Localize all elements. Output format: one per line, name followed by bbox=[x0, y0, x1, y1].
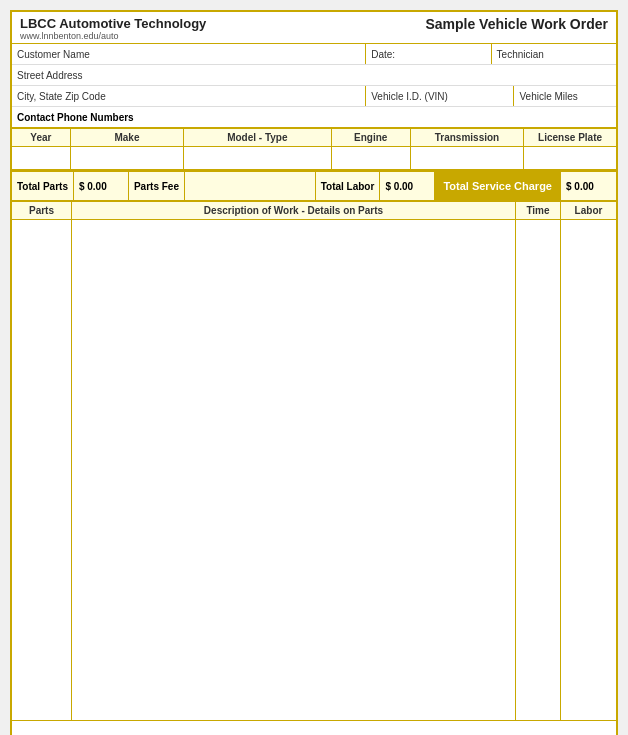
total-labor-label: Total Labor bbox=[321, 181, 375, 192]
transmission-header: Transmission bbox=[411, 129, 524, 146]
customer-row: Customer Name Date: Technician bbox=[12, 44, 616, 65]
labor-column-header: Labor bbox=[561, 202, 616, 219]
street-row: Street Address bbox=[12, 65, 616, 86]
date-cell: Date: bbox=[366, 44, 491, 64]
school-url: www.lnnbenton.edu/auto bbox=[20, 31, 206, 41]
totals-row: Total Parts $ 0.00 Parts Fee Total Labor… bbox=[12, 171, 616, 202]
total-parts-label: Total Parts bbox=[17, 181, 68, 192]
total-parts-value: $ 0.00 bbox=[79, 181, 107, 192]
work-body bbox=[12, 220, 616, 720]
license-header: License Plate bbox=[524, 129, 616, 146]
total-labor-label-cell: Total Labor bbox=[316, 172, 381, 200]
street-cell: Street Address bbox=[12, 65, 616, 85]
form-title: Sample Vehicle Work Order bbox=[425, 16, 608, 32]
parts-fee-value-cell bbox=[185, 172, 316, 200]
contact-cell: Contact Phone Numbers bbox=[12, 107, 616, 127]
service-charge-value-cell: $ 0.00 bbox=[561, 172, 616, 200]
total-parts-label-cell: Total Parts bbox=[12, 172, 74, 200]
contact-row: Contact Phone Numbers bbox=[12, 107, 616, 128]
form-header: LBCC Automotive Technology www.lnnbenton… bbox=[12, 12, 616, 44]
year-header: Year bbox=[12, 129, 71, 146]
description-column bbox=[72, 220, 516, 720]
city-row: City, State Zip Code Vehicle I.D. (VIN) … bbox=[12, 86, 616, 107]
parts-fee-label: Parts Fee bbox=[134, 181, 179, 192]
technician-cell: Technician bbox=[492, 44, 616, 64]
model-header: Model - Type bbox=[184, 129, 331, 146]
parts-column-header: Parts bbox=[12, 202, 72, 219]
miles-cell: Vehicle Miles bbox=[514, 86, 616, 106]
model-value bbox=[184, 147, 331, 169]
parts-column bbox=[12, 220, 72, 720]
customer-info-section: Customer Name Date: Technician Street Ad… bbox=[12, 44, 616, 129]
street-label: Street Address bbox=[17, 70, 83, 81]
work-header-row: Parts Description of Work - Details on P… bbox=[12, 202, 616, 220]
work-order-form: LBCC Automotive Technology www.lnnbenton… bbox=[10, 10, 618, 735]
form-title-text: Sample Vehicle Work Order bbox=[425, 16, 608, 32]
technician-label: Technician bbox=[497, 49, 544, 60]
parts-fee-label-cell: Parts Fee bbox=[129, 172, 185, 200]
header-left: LBCC Automotive Technology www.lnnbenton… bbox=[20, 16, 206, 41]
labor-column bbox=[561, 220, 616, 720]
time-column-header: Time bbox=[516, 202, 561, 219]
transmission-value bbox=[411, 147, 524, 169]
contact-label: Contact Phone Numbers bbox=[17, 112, 134, 123]
service-charge-label-cell: Total Service Charge bbox=[435, 172, 561, 200]
customer-name-cell: Customer Name bbox=[12, 44, 366, 64]
service-charge-value: $ 0.00 bbox=[566, 181, 594, 192]
city-cell: City, State Zip Code bbox=[12, 86, 366, 106]
vehicle-header-row: Year Make Model - Type Engine Transmissi… bbox=[12, 129, 616, 147]
miles-label: Vehicle Miles bbox=[519, 91, 577, 102]
license-value bbox=[524, 147, 616, 169]
city-state-label: City, State Zip Code bbox=[17, 91, 106, 102]
vin-cell: Vehicle I.D. (VIN) bbox=[366, 86, 514, 106]
vehicle-data-row bbox=[12, 147, 616, 169]
engine-value bbox=[332, 147, 411, 169]
service-charge-label: Total Service Charge bbox=[443, 180, 552, 192]
total-parts-value-cell: $ 0.00 bbox=[74, 172, 129, 200]
description-column-header: Description of Work - Details on Parts bbox=[72, 202, 516, 219]
school-title: LBCC Automotive Technology bbox=[20, 16, 206, 31]
total-labor-value-cell: $ 0.00 bbox=[380, 172, 435, 200]
year-value bbox=[12, 147, 71, 169]
footer bbox=[12, 720, 616, 735]
engine-header: Engine bbox=[332, 129, 411, 146]
make-value bbox=[71, 147, 184, 169]
time-column bbox=[516, 220, 561, 720]
date-label: Date: bbox=[371, 49, 395, 60]
total-labor-value: $ 0.00 bbox=[385, 181, 413, 192]
make-header: Make bbox=[71, 129, 184, 146]
vehicle-section: Year Make Model - Type Engine Transmissi… bbox=[12, 129, 616, 171]
vin-label: Vehicle I.D. (VIN) bbox=[371, 91, 448, 102]
customer-name-label: Customer Name bbox=[17, 49, 90, 60]
